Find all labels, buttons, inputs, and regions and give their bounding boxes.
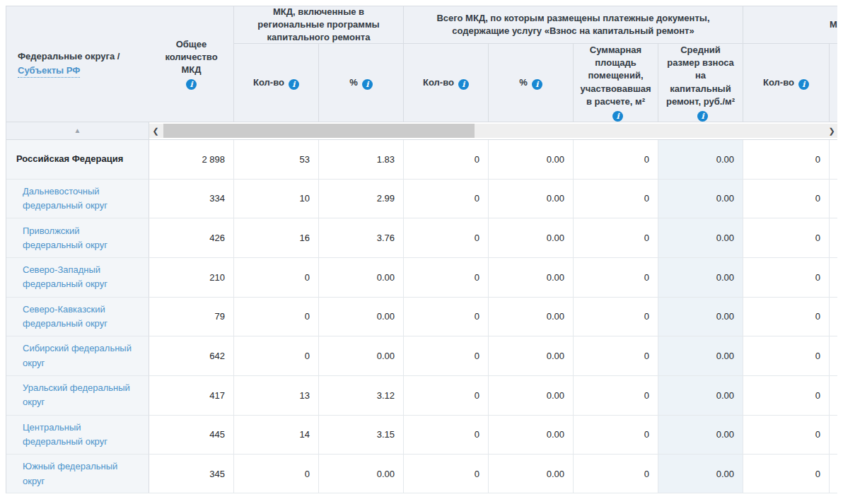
total-mkd-label: Общее количество МКД [156,38,227,77]
cell-paydoc-percent: 0.00 [489,416,574,455]
cell-regional-count: 53 [234,140,319,180]
subheader-label: Суммарная площадь помещений, участвовавш… [580,45,651,107]
group-label: М [830,18,837,31]
cell-regional-percent: 0.00 [319,298,404,337]
cell-clipped [830,336,837,376]
info-icon[interactable]: i [697,111,708,122]
cell-regional-count: 10 [234,180,319,219]
cell-paydoc-count: 0 [404,376,489,416]
cell-avg-contribution: 0.00 [658,218,743,258]
cell-paydoc-percent: 0.00 [489,298,574,337]
cell-paydoc-percent: 0.00 [489,140,574,180]
cell-regional-percent: 0.00 [319,258,404,298]
cell-regional-percent: 0.00 [319,336,404,376]
cell-clipped [830,455,837,493]
table-row-label: Дальневосточный федеральный округ [6,180,149,219]
cell-paydoc-percent: 0.00 [489,455,574,493]
column-header-regions: Федеральные округа / Субъекты РФ [6,6,149,122]
subheader-label: Кол-во [763,77,794,88]
cell-paydoc-percent: 0.00 [489,180,574,219]
district-link[interactable]: Сибирский федеральный округ [16,341,141,370]
scroll-right-icon[interactable]: ❯ [825,124,837,138]
subjects-rf-link[interactable]: Субъекты РФ [18,65,80,77]
district-link[interactable]: Центральный федеральный округ [16,421,141,449]
cell-extra-count: 0 [743,336,830,376]
region-label: Российская Федерация [16,152,123,166]
subheader-label: Кол-во [423,77,454,88]
scrollbar-thumb[interactable] [163,124,475,138]
cell-extra-count: 0 [743,140,830,180]
column-header-avg-contribution: Средний размер взноса на капитальный рем… [658,44,743,122]
cell-extra-count: 0 [743,376,830,416]
table-row-label: Центральный федеральный округ [6,416,149,455]
cell-paydoc-count: 0 [404,140,489,180]
cell-paydoc-percent: 0.00 [489,218,574,258]
sort-cell: ▲ [6,122,149,140]
cell-total-mkd: 79 [149,298,234,337]
district-link[interactable]: Уральский федеральный округ [16,381,141,409]
cell-regional-count: 0 [234,298,319,337]
district-link[interactable]: Приволжский федеральный округ [16,224,141,252]
cell-total-area: 0 [574,376,658,416]
info-icon[interactable]: i [458,79,469,90]
cell-avg-contribution: 0.00 [658,180,743,219]
subheader-label: Кол-во [253,77,284,88]
column-header-clipped-empty [830,44,837,122]
info-icon[interactable]: i [798,79,809,90]
sort-asc-icon[interactable]: ▲ [74,127,81,134]
info-icon[interactable]: i [186,79,197,90]
cell-paydoc-count: 0 [404,298,489,337]
cell-paydoc-count: 0 [404,336,489,376]
cell-clipped [830,140,837,180]
table-row-label: Южный федеральный округ [6,455,149,493]
info-icon[interactable]: i [612,111,623,122]
cell-avg-contribution: 0.00 [658,140,743,180]
district-link[interactable]: Северо-Кавказский федеральный округ [16,303,141,331]
info-icon[interactable]: i [362,79,373,90]
cell-paydoc-count: 0 [404,218,489,258]
district-link[interactable]: Северо-Западный федеральный округ [16,263,141,291]
column-header-regional-count: Кол-воi [234,44,319,122]
cell-regional-percent: 3.76 [319,218,404,258]
cell-total-area: 0 [574,336,658,376]
cell-regional-count: 14 [234,416,319,455]
column-header-paydoc-count: Кол-воi [404,44,489,122]
cell-total-mkd: 345 [149,455,234,493]
table-row-label: Приволжский федеральный округ [6,218,149,258]
cell-paydoc-percent: 0.00 [489,376,574,416]
cell-extra-count: 0 [743,258,830,298]
column-header-regional-percent: %i [319,44,404,122]
cell-clipped [830,180,837,219]
cell-avg-contribution: 0.00 [658,455,743,493]
info-icon[interactable]: i [289,79,299,90]
cell-paydoc-count: 0 [404,180,489,219]
subheader-label: % [349,77,358,88]
cell-regional-percent: 0.00 [319,455,404,493]
info-icon[interactable]: i [532,79,542,90]
district-link[interactable]: Южный федеральный округ [16,459,141,488]
horizontal-scrollbar[interactable]: ❮ ❯ [149,124,837,138]
cell-clipped [830,218,837,258]
table-row-label: Северо-Западный федеральный округ [6,258,149,298]
column-header-total-area: Суммарная площадь помещений, участвовавш… [574,44,658,122]
cell-avg-contribution: 0.00 [658,258,743,298]
header-group-payment-documents: Всего МКД, по которым размещены платежны… [404,6,743,44]
cell-extra-count: 0 [743,180,830,219]
cell-total-area: 0 [574,298,658,337]
scrollbar-track[interactable] [162,124,825,138]
table-row-label: Северо-Кавказский федеральный округ [6,298,149,337]
cell-total-mkd: 445 [149,416,234,455]
cell-paydoc-percent: 0.00 [489,336,574,376]
scroll-left-icon[interactable]: ❮ [149,124,162,138]
cell-extra-count: 0 [743,416,830,455]
table-grid: Федеральные округа / Субъекты РФ Общее к… [6,6,837,493]
cell-total-area: 0 [574,416,658,455]
cell-avg-contribution: 0.00 [658,376,743,416]
capital-repair-table: Федеральные округа / Субъекты РФ Общее к… [6,6,837,493]
subheader-label: % [519,77,528,88]
horizontal-scrollbar-row: ❮ ❯ [149,122,837,140]
cell-regional-count: 13 [234,376,319,416]
district-link[interactable]: Дальневосточный федеральный округ [16,184,141,213]
cell-avg-contribution: 0.00 [658,416,743,455]
cell-total-mkd: 417 [149,376,234,416]
